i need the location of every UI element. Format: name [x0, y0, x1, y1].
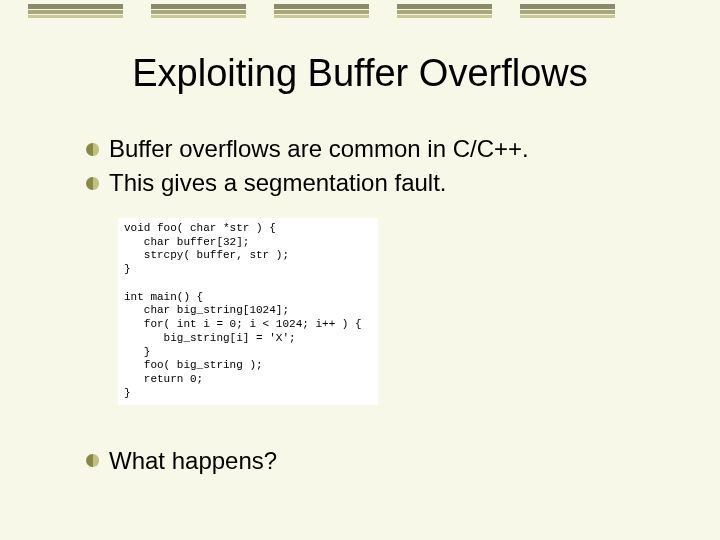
bullet-item: What happens?	[86, 445, 680, 477]
bullet-text: This gives a segmentation fault.	[109, 167, 447, 199]
decoration-bar	[397, 4, 492, 18]
bullet-icon	[86, 143, 99, 156]
top-decoration	[0, 0, 720, 18]
slide-title: Exploiting Buffer Overflows	[0, 52, 720, 95]
decoration-bar	[151, 4, 246, 18]
bullet-item: Buffer overflows are common in C/C++.	[86, 133, 680, 165]
slide-content-after: What happens?	[0, 445, 720, 477]
decoration-bar	[28, 4, 123, 18]
decoration-bar	[274, 4, 369, 18]
bullet-icon	[86, 454, 99, 467]
code-block: void foo( char *str ) { char buffer[32];…	[118, 218, 378, 405]
bullet-text: What happens?	[109, 445, 277, 477]
bullet-item: This gives a segmentation fault.	[86, 167, 680, 199]
bullet-icon	[86, 177, 99, 190]
decoration-bar	[520, 4, 615, 18]
bullet-text: Buffer overflows are common in C/C++.	[109, 133, 529, 165]
slide-content: Buffer overflows are common in C/C++. Th…	[0, 133, 720, 200]
